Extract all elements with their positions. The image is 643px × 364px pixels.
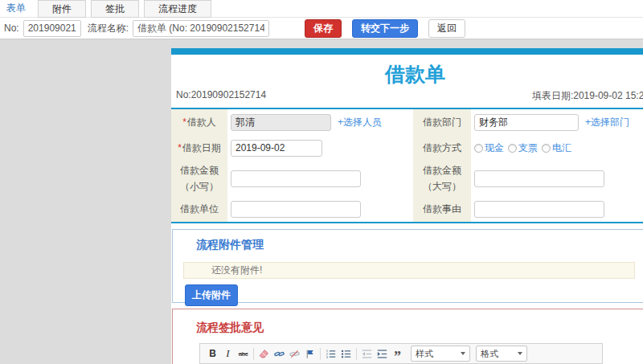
- rich-text-editor: B I abc: [199, 343, 603, 364]
- amount-small-label-text: 借款金额（小写）: [173, 162, 226, 194]
- style-dropdown-label: 样式: [416, 348, 433, 360]
- amount-small-input[interactable]: [231, 170, 361, 187]
- bold-button[interactable]: B: [205, 346, 220, 362]
- anchor-button[interactable]: [302, 346, 317, 362]
- blockquote-button[interactable]: ”: [390, 346, 405, 362]
- borrower-input[interactable]: [231, 114, 331, 131]
- tab-form[interactable]: 表单: [6, 2, 33, 15]
- radio-option-cash[interactable]: 现金: [474, 141, 504, 155]
- numbered-list-icon: 123: [326, 349, 336, 359]
- no-label: No:: [4, 22, 19, 34]
- top-toolbar: No: 流程名称: 保存 转交下一步 返回: [0, 18, 643, 39]
- bulleted-list-icon: [341, 349, 351, 359]
- tab-progress[interactable]: 流程进度: [144, 0, 211, 18]
- process-name-label: 流程名称:: [88, 22, 129, 35]
- save-button[interactable]: 保存: [305, 19, 342, 38]
- eraser-icon: [259, 349, 269, 359]
- blockquote-icon: ”: [394, 348, 401, 359]
- loan-unit-input[interactable]: [231, 201, 361, 218]
- loan-date-label-text: 借款日期: [182, 140, 221, 156]
- caret-down-icon: [518, 352, 522, 355]
- amount-small-cell: [227, 161, 413, 196]
- loan-reason-label: 借款事由: [413, 196, 471, 222]
- bulleted-list-button[interactable]: [338, 346, 354, 362]
- attachment-section: 流程附件管理 还没有附件! 上传附件: [172, 229, 643, 303]
- tab-bar: 表单 附件 签批 流程进度: [0, 0, 643, 18]
- loan-method-label-text: 借款方式: [423, 140, 461, 156]
- radio-icon[interactable]: [474, 144, 483, 153]
- radio-option-wire[interactable]: 电汇: [542, 141, 571, 155]
- radio-icon[interactable]: [542, 144, 551, 153]
- loan-date-cell: [227, 135, 413, 161]
- form-panel: 借款单 No:20190902152714 填表日期:2019-09-02 15…: [171, 48, 643, 364]
- borrower-cell: +选择人员: [227, 109, 413, 135]
- select-department-link[interactable]: +选择部门: [585, 116, 629, 129]
- svg-text:3: 3: [326, 354, 329, 358]
- attachment-empty-message: 还没有附件!: [183, 262, 635, 279]
- loan-method-radio-group: 现金 支票 电汇: [474, 141, 575, 155]
- style-dropdown[interactable]: 样式: [411, 346, 470, 362]
- editor-toolbar: B I abc: [200, 344, 602, 364]
- attachment-section-title: 流程附件管理: [196, 238, 643, 252]
- numbered-list-button[interactable]: 123: [323, 346, 338, 362]
- forward-next-step-button[interactable]: 转交下一步: [352, 19, 418, 38]
- loan-reason-cell: [471, 196, 643, 222]
- bold-icon: B: [209, 348, 216, 359]
- indent-button[interactable]: [375, 346, 390, 362]
- link-button[interactable]: [272, 346, 287, 362]
- panel-top-accent-bar: [171, 48, 643, 55]
- unlink-icon: [289, 349, 300, 359]
- loan-reason-input[interactable]: [474, 201, 604, 218]
- fill-date: 填表日期:2019-09-02 15:27:1: [532, 89, 643, 103]
- amount-big-cell: [471, 161, 643, 196]
- borrower-label-text: 借款人: [187, 114, 216, 130]
- loan-date-label: * 借款日期: [171, 135, 227, 161]
- italic-icon: I: [226, 347, 229, 360]
- loan-unit-cell: [227, 196, 413, 222]
- tab-approval[interactable]: 签批: [91, 0, 139, 18]
- divider-bottom: [171, 222, 643, 223]
- loan-form: * 借款人 +选择人员 借款部门 +选择部门 * 借款日期: [171, 109, 643, 222]
- loan-unit-label-text: 借款单位: [180, 201, 219, 217]
- approval-section-title: 流程签批意见: [196, 321, 643, 335]
- unlink-button[interactable]: [287, 346, 302, 362]
- strikethrough-icon: abc: [239, 350, 248, 358]
- toolbar-separator: [253, 348, 254, 360]
- radio-label-cash: 现金: [485, 141, 504, 155]
- department-cell: +选择部门: [471, 109, 643, 135]
- strikethrough-button[interactable]: abc: [235, 346, 251, 362]
- no-input[interactable]: [23, 20, 81, 37]
- back-button[interactable]: 返回: [428, 19, 465, 38]
- meta-row: No:20190902152714 填表日期:2019-09-02 15:27:…: [171, 89, 643, 108]
- department-input[interactable]: [474, 114, 579, 131]
- process-name-input[interactable]: [133, 20, 269, 37]
- format-dropdown-label: 格式: [481, 348, 498, 360]
- caret-down-icon: [461, 352, 465, 355]
- tab-attachment[interactable]: 附件: [38, 0, 86, 18]
- loan-reason-label-text: 借款事由: [423, 201, 461, 217]
- anchor-flag-icon: [305, 349, 315, 359]
- italic-button[interactable]: I: [220, 346, 235, 362]
- content-area: 借款单 No:20190902152714 填表日期:2019-09-02 15…: [0, 39, 643, 364]
- select-person-link[interactable]: +选择人员: [338, 116, 382, 129]
- loan-method-cell: 现金 支票 电汇: [471, 135, 643, 161]
- required-mark: *: [182, 114, 186, 130]
- amount-big-input[interactable]: [474, 170, 604, 187]
- remove-format-button[interactable]: [256, 346, 272, 362]
- department-label: 借款部门: [413, 109, 471, 135]
- toolbar-separator: [356, 348, 357, 360]
- outdent-icon: [362, 349, 372, 359]
- required-mark: *: [178, 140, 182, 156]
- borrower-label: * 借款人: [171, 109, 227, 135]
- outdent-button[interactable]: [359, 346, 375, 362]
- radio-icon[interactable]: [508, 144, 517, 153]
- toolbar-separator: [320, 348, 321, 360]
- doc-number: No:20190902152714: [176, 89, 266, 103]
- radio-option-check[interactable]: 支票: [508, 141, 538, 155]
- loan-date-input[interactable]: [231, 140, 322, 157]
- amount-small-label: 借款金额（小写）: [171, 161, 227, 196]
- amount-big-label-text: 借款金额（大写）: [415, 162, 469, 194]
- format-dropdown[interactable]: 格式: [476, 346, 527, 362]
- loan-method-label: 借款方式: [413, 135, 471, 161]
- upload-attachment-button[interactable]: 上传附件: [185, 284, 238, 306]
